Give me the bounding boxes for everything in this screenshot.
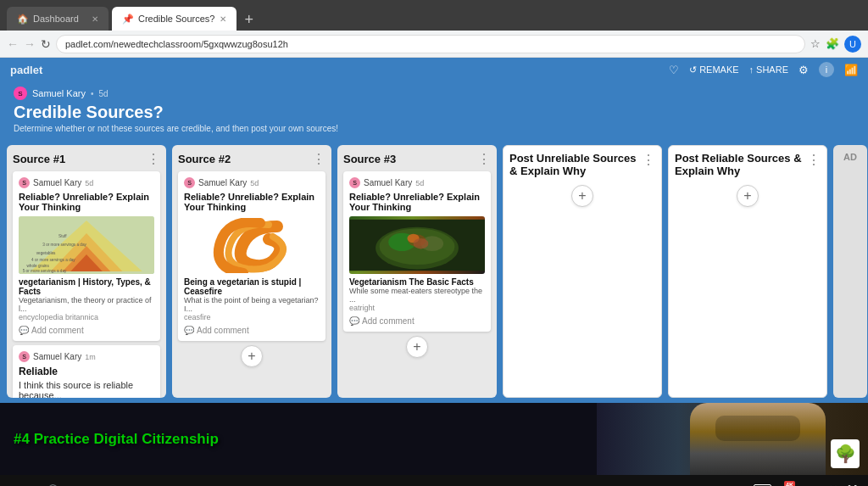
padlet-top-actions: ♡ ↺ REMAKE ↑ SHARE ⚙ i 📶 xyxy=(669,62,858,77)
reliable-user: Samuel Kary xyxy=(33,352,81,361)
card-user: Samuel Kary xyxy=(33,178,81,187)
reliable-card-source1: ➤ S Samuel Kary 1m Reliable I think this… xyxy=(13,345,160,398)
person-area xyxy=(597,403,868,475)
comment-icon-source1: 💬 xyxy=(19,326,29,335)
svg-text:5 or more servings a day: 5 or more servings a day xyxy=(23,269,67,273)
column-source1: Source #1 ⋮ S Samuel Kary 5d Reliable? U… xyxy=(7,145,166,398)
card-user-row-s3: S Samuel Kary 5d xyxy=(349,177,485,188)
padlet-username: Samuel Kary xyxy=(32,88,86,98)
tab-credible-sources[interactable]: 📌 Credible Sources? ✕ xyxy=(112,7,236,31)
card-source3-main: S Samuel Kary 5d Reliable? Unreliable? E… xyxy=(343,171,491,332)
add-button-unreliable[interactable]: + xyxy=(571,185,593,207)
padlet-subtitle: Determine whether or not these sources a… xyxy=(14,124,854,133)
video-section: 🌳 #4 Practice Digital Citizenship ▶ ⏭ 🔊 … xyxy=(0,403,868,486)
column-post-unreliable: Post Unreliable Sources & Explain Why ⋮ … xyxy=(503,145,662,398)
share-button[interactable]: ↑ SHARE xyxy=(749,64,788,75)
card-image-food xyxy=(349,216,485,274)
padlet-time: 5d xyxy=(99,89,108,98)
back-button[interactable]: ← xyxy=(7,37,19,51)
refresh-button[interactable]: ↻ xyxy=(41,37,51,51)
tab-dashboard[interactable]: 🏠 Dashboard ✕ xyxy=(7,7,108,31)
tab-close-icon[interactable]: ✕ xyxy=(92,14,98,24)
new-tab-button[interactable]: + xyxy=(240,11,259,29)
info-icon[interactable]: i xyxy=(819,62,834,77)
video-title-text: #4 Practice Digital Citizenship xyxy=(14,431,219,448)
ad-label: AD xyxy=(843,152,857,162)
card-link-title-source1: vegetarianism | History, Types, & Facts xyxy=(19,277,154,296)
column-title-unreliable: Post Unreliable Sources & Explain Why xyxy=(509,152,642,177)
forward-button[interactable]: → xyxy=(24,37,36,51)
column-menu-source1[interactable]: ⋮ xyxy=(147,151,160,167)
svg-text:vegetables: vegetables xyxy=(36,251,56,255)
tab-credible-close[interactable]: ✕ xyxy=(220,14,226,24)
board: Source #1 ⋮ S Samuel Kary 5d Reliable? U… xyxy=(0,140,868,403)
padlet-user-avatar: S xyxy=(14,87,27,100)
wifi-icon: 📶 xyxy=(844,64,858,76)
browser-chrome: 🏠 Dashboard ✕ 📌 Credible Sources? ✕ + xyxy=(0,0,868,31)
profile-icon[interactable]: U xyxy=(844,36,861,53)
column-menu-source2[interactable]: ⋮ xyxy=(312,151,326,167)
tree-logo: 🌳 xyxy=(831,439,860,468)
comment-icon-s3: 💬 xyxy=(349,316,359,326)
extensions-icon[interactable]: 🧩 xyxy=(826,37,839,50)
column-header-unreliable: Post Unreliable Sources & Explain Why ⋮ xyxy=(509,152,655,177)
card-user-s3: Samuel Kary xyxy=(364,178,412,187)
card-user-row: S Samuel Kary 5d xyxy=(19,177,154,188)
card-link-source-source1: encyclopedia britannica xyxy=(19,313,154,321)
padlet-dot: • xyxy=(91,89,94,98)
card-add-comment-source3[interactable]: 💬 Add comment xyxy=(349,316,485,326)
card-source1-main: S Samuel Kary 5d Reliable? Unreliable? E… xyxy=(13,171,160,341)
card-add-comment-source1[interactable]: 💬 Add comment xyxy=(19,326,154,335)
video-content: 🌳 #4 Practice Digital Citizenship xyxy=(0,403,868,475)
card-time-s3: 5d xyxy=(415,179,424,187)
address-bar[interactable]: padlet.com/newedtechclassroom/5gxqwwzug8… xyxy=(56,35,805,53)
column-header-source3: Source #3 ⋮ xyxy=(343,151,491,167)
card-title-s2: Reliable? Unreliable? Explain Your Think… xyxy=(184,192,320,212)
column-menu-unreliable[interactable]: ⋮ xyxy=(642,152,655,168)
reliable-time: 1m xyxy=(85,353,96,361)
card-time: 5d xyxy=(85,179,93,187)
browser-nav-row: ← → ↻ padlet.com/newedtechclassroom/5gxq… xyxy=(0,31,868,58)
add-button-source3[interactable]: + xyxy=(406,336,428,358)
card-avatar: S xyxy=(19,177,30,188)
card-image-pyramid: Stuff 3 or more servings a day vegetable… xyxy=(19,216,154,274)
heart-icon[interactable]: ♡ xyxy=(669,64,679,76)
column-source3: Source #3 ⋮ S Samuel Kary 5d Reliable? U… xyxy=(337,145,497,398)
column-post-reliable: Post Reliable Sources & Explain Why ⋮ + xyxy=(668,145,827,398)
padlet-favicon: 📌 xyxy=(122,14,134,25)
svg-text:whole grains: whole grains xyxy=(26,264,49,268)
column-menu-source3[interactable]: ⋮ xyxy=(477,151,491,167)
tab-dashboard-label: Dashboard xyxy=(33,14,79,24)
add-button-reliable[interactable]: + xyxy=(737,185,759,207)
card-link-title-source2: Being a vegetarian is stupid | Ceasefire xyxy=(184,277,320,296)
reliable-title: Reliable xyxy=(19,366,154,377)
svg-text:4 or more servings a day: 4 or more servings a day xyxy=(31,258,75,262)
comment-icon-s2: 💬 xyxy=(184,326,194,335)
card-link-desc-source1: Vegetarianism, the theory or practice of… xyxy=(19,296,154,313)
reliable-avatar: S xyxy=(19,351,30,362)
column-header-reliable: Post Reliable Sources & Explain Why ⋮ xyxy=(675,152,821,177)
card-link-source-source2: ceasfire xyxy=(184,313,320,321)
remake-button[interactable]: ↺ REMAKE xyxy=(689,64,738,75)
person-details xyxy=(715,416,800,441)
column-title-source1: Source #1 xyxy=(13,153,65,165)
column-title-source2: Source #2 xyxy=(178,153,231,165)
svg-point-19 xyxy=(414,238,429,249)
card-link-source-source3: eatright xyxy=(349,304,485,312)
card-avatar-s2: S xyxy=(184,177,195,188)
bookmark-icon[interactable]: ☆ xyxy=(810,37,821,50)
card-user-s2: Samuel Kary xyxy=(198,178,247,187)
settings-icon[interactable]: ⚙ xyxy=(798,64,809,76)
column-title-source3: Source #3 xyxy=(343,153,396,165)
card-time-s2: 5d xyxy=(250,179,259,187)
add-button-source2[interactable]: + xyxy=(241,345,263,367)
card-avatar-s3: S xyxy=(349,177,360,188)
padlet-user-row: S Samuel Kary • 5d xyxy=(14,87,854,100)
column-header-source1: Source #1 ⋮ xyxy=(13,151,160,167)
card-title: Reliable? Unreliable? Explain Your Think… xyxy=(19,192,154,212)
card-source2-main: S Samuel Kary 5d Reliable? Unreliable? E… xyxy=(178,171,326,341)
column-menu-reliable[interactable]: ⋮ xyxy=(807,152,821,168)
column-header-source2: Source #2 ⋮ xyxy=(178,151,326,167)
card-user-row-s2: S Samuel Kary 5d xyxy=(184,177,320,188)
card-add-comment-source2[interactable]: 💬 Add comment xyxy=(184,326,320,335)
